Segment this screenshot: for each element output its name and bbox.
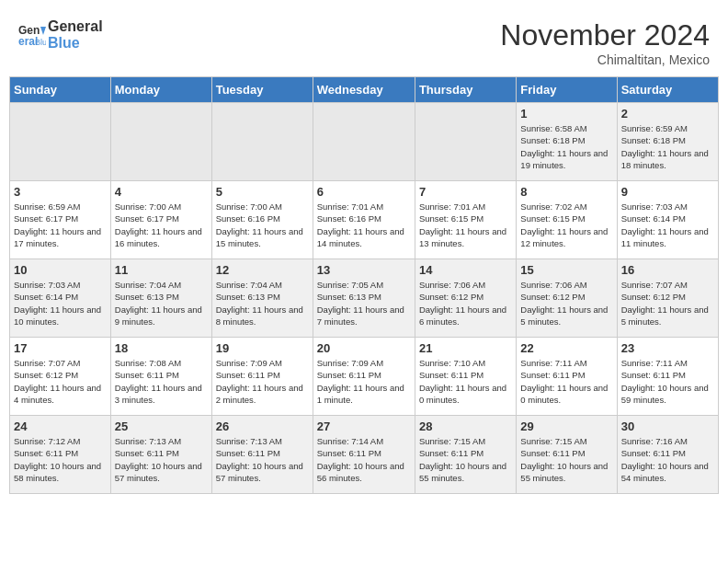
logo: Gen eral Blue General Blue (18, 18, 103, 52)
day-info: Sunrise: 7:03 AM Sunset: 6:14 PM Dayligh… (14, 279, 107, 327)
calendar-day-cell (313, 103, 415, 181)
day-number: 26 (216, 419, 309, 433)
day-info: Sunrise: 7:12 AM Sunset: 6:11 PM Dayligh… (14, 435, 107, 484)
calendar-day-cell: 11Sunrise: 7:04 AM Sunset: 6:13 PM Dayli… (110, 259, 211, 338)
day-info: Sunrise: 7:16 AM Sunset: 6:11 PM Dayligh… (621, 435, 714, 484)
day-number: 16 (621, 263, 714, 277)
logo-icon: Gen eral Blue (18, 21, 46, 49)
day-info: Sunrise: 6:59 AM Sunset: 6:17 PM Dayligh… (14, 201, 107, 249)
day-number: 19 (216, 341, 309, 355)
day-number: 6 (317, 185, 411, 199)
calendar-day-cell: 3Sunrise: 6:59 AM Sunset: 6:17 PM Daylig… (10, 181, 111, 259)
day-info: Sunrise: 7:01 AM Sunset: 6:15 PM Dayligh… (419, 201, 512, 249)
day-number: 18 (115, 341, 208, 355)
calendar-day-cell: 15Sunrise: 7:06 AM Sunset: 6:12 PM Dayli… (517, 259, 617, 338)
day-info: Sunrise: 7:07 AM Sunset: 6:12 PM Dayligh… (14, 357, 107, 406)
calendar-week-row: 10Sunrise: 7:03 AM Sunset: 6:14 PM Dayli… (10, 259, 719, 338)
day-number: 28 (419, 419, 512, 433)
calendar-day-cell: 22Sunrise: 7:11 AM Sunset: 6:11 PM Dayli… (517, 338, 617, 416)
day-number: 15 (520, 263, 612, 277)
day-info: Sunrise: 7:06 AM Sunset: 6:12 PM Dayligh… (520, 279, 612, 327)
calendar-table: SundayMondayTuesdayWednesdayThursdayFrid… (9, 76, 719, 494)
calendar-day-cell: 7Sunrise: 7:01 AM Sunset: 6:15 PM Daylig… (415, 181, 516, 259)
day-number: 12 (216, 263, 309, 277)
calendar-day-cell (415, 103, 516, 181)
column-header-saturday: Saturday (617, 77, 718, 103)
calendar-day-cell: 18Sunrise: 7:08 AM Sunset: 6:11 PM Dayli… (110, 338, 211, 416)
calendar-day-cell (211, 103, 313, 181)
day-info: Sunrise: 7:15 AM Sunset: 6:11 PM Dayligh… (520, 435, 612, 484)
day-number: 30 (621, 419, 714, 433)
day-info: Sunrise: 7:05 AM Sunset: 6:13 PM Dayligh… (317, 279, 411, 327)
calendar-day-cell: 2Sunrise: 6:59 AM Sunset: 6:18 PM Daylig… (617, 103, 718, 181)
calendar-week-row: 24Sunrise: 7:12 AM Sunset: 6:11 PM Dayli… (10, 416, 719, 494)
day-info: Sunrise: 7:09 AM Sunset: 6:11 PM Dayligh… (216, 357, 309, 406)
day-info: Sunrise: 7:11 AM Sunset: 6:11 PM Dayligh… (621, 357, 714, 406)
day-info: Sunrise: 7:04 AM Sunset: 6:13 PM Dayligh… (216, 279, 309, 327)
calendar-week-row: 3Sunrise: 6:59 AM Sunset: 6:17 PM Daylig… (10, 181, 719, 259)
day-number: 21 (419, 341, 512, 355)
calendar-day-cell: 19Sunrise: 7:09 AM Sunset: 6:11 PM Dayli… (211, 338, 313, 416)
day-info: Sunrise: 7:01 AM Sunset: 6:16 PM Dayligh… (317, 201, 411, 249)
column-header-monday: Monday (110, 77, 211, 103)
calendar-day-cell (10, 103, 111, 181)
calendar-day-cell: 9Sunrise: 7:03 AM Sunset: 6:14 PM Daylig… (617, 181, 718, 259)
day-info: Sunrise: 7:15 AM Sunset: 6:11 PM Dayligh… (419, 435, 512, 484)
day-number: 2 (621, 107, 714, 121)
day-info: Sunrise: 7:13 AM Sunset: 6:11 PM Dayligh… (216, 435, 309, 484)
calendar-day-cell: 8Sunrise: 7:02 AM Sunset: 6:15 PM Daylig… (517, 181, 617, 259)
day-number: 23 (621, 341, 714, 355)
day-number: 11 (115, 263, 208, 277)
column-header-wednesday: Wednesday (313, 77, 415, 103)
location: Chimaltitan, Mexico (500, 52, 710, 67)
day-info: Sunrise: 7:04 AM Sunset: 6:13 PM Dayligh… (115, 279, 208, 327)
column-header-friday: Friday (517, 77, 617, 103)
calendar-day-cell: 12Sunrise: 7:04 AM Sunset: 6:13 PM Dayli… (211, 259, 313, 338)
calendar-day-cell: 25Sunrise: 7:13 AM Sunset: 6:11 PM Dayli… (110, 416, 211, 494)
day-info: Sunrise: 7:07 AM Sunset: 6:12 PM Dayligh… (621, 279, 714, 327)
day-info: Sunrise: 7:10 AM Sunset: 6:11 PM Dayligh… (419, 357, 512, 406)
day-number: 22 (520, 341, 612, 355)
calendar-header-row: SundayMondayTuesdayWednesdayThursdayFrid… (10, 77, 719, 103)
calendar-day-cell: 29Sunrise: 7:15 AM Sunset: 6:11 PM Dayli… (517, 416, 617, 494)
calendar-day-cell: 16Sunrise: 7:07 AM Sunset: 6:12 PM Dayli… (617, 259, 718, 338)
calendar-day-cell: 13Sunrise: 7:05 AM Sunset: 6:13 PM Dayli… (313, 259, 415, 338)
day-number: 14 (419, 263, 512, 277)
calendar-day-cell: 30Sunrise: 7:16 AM Sunset: 6:11 PM Dayli… (617, 416, 718, 494)
calendar-day-cell: 14Sunrise: 7:06 AM Sunset: 6:12 PM Dayli… (415, 259, 516, 338)
calendar-day-cell: 24Sunrise: 7:12 AM Sunset: 6:11 PM Dayli… (10, 416, 111, 494)
month-title: November 2024 (500, 18, 710, 52)
day-info: Sunrise: 7:11 AM Sunset: 6:11 PM Dayligh… (520, 357, 612, 406)
day-info: Sunrise: 6:59 AM Sunset: 6:18 PM Dayligh… (621, 122, 714, 171)
logo-text-line2: Blue (48, 35, 103, 52)
day-number: 8 (520, 185, 612, 199)
day-number: 5 (216, 185, 309, 199)
day-info: Sunrise: 7:02 AM Sunset: 6:15 PM Dayligh… (520, 201, 612, 249)
column-header-thursday: Thursday (415, 77, 516, 103)
calendar-day-cell (110, 103, 211, 181)
day-number: 13 (317, 263, 411, 277)
day-info: Sunrise: 7:03 AM Sunset: 6:14 PM Dayligh… (621, 201, 714, 249)
svg-marker-2 (40, 27, 46, 35)
calendar-day-cell: 26Sunrise: 7:13 AM Sunset: 6:11 PM Dayli… (211, 416, 313, 494)
day-number: 7 (419, 185, 512, 199)
day-info: Sunrise: 7:06 AM Sunset: 6:12 PM Dayligh… (419, 279, 512, 327)
day-info: Sunrise: 7:09 AM Sunset: 6:11 PM Dayligh… (317, 357, 411, 406)
calendar-day-cell: 20Sunrise: 7:09 AM Sunset: 6:11 PM Dayli… (313, 338, 415, 416)
calendar-day-cell: 5Sunrise: 7:00 AM Sunset: 6:16 PM Daylig… (211, 181, 313, 259)
day-info: Sunrise: 7:13 AM Sunset: 6:11 PM Dayligh… (115, 435, 208, 484)
day-info: Sunrise: 6:58 AM Sunset: 6:18 PM Dayligh… (520, 122, 612, 171)
day-number: 27 (317, 419, 411, 433)
day-info: Sunrise: 7:00 AM Sunset: 6:16 PM Dayligh… (216, 201, 309, 249)
calendar-day-cell: 4Sunrise: 7:00 AM Sunset: 6:17 PM Daylig… (110, 181, 211, 259)
day-info: Sunrise: 7:00 AM Sunset: 6:17 PM Dayligh… (115, 201, 208, 249)
svg-text:Blue: Blue (35, 38, 46, 47)
calendar-day-cell: 17Sunrise: 7:07 AM Sunset: 6:12 PM Dayli… (10, 338, 111, 416)
day-number: 3 (14, 185, 107, 199)
calendar-day-cell: 23Sunrise: 7:11 AM Sunset: 6:11 PM Dayli… (617, 338, 718, 416)
day-number: 1 (520, 107, 612, 121)
day-number: 29 (520, 419, 612, 433)
day-number: 20 (317, 341, 411, 355)
logo-text-line1: General (48, 18, 103, 35)
title-block: November 2024 Chimaltitan, Mexico (500, 18, 710, 67)
